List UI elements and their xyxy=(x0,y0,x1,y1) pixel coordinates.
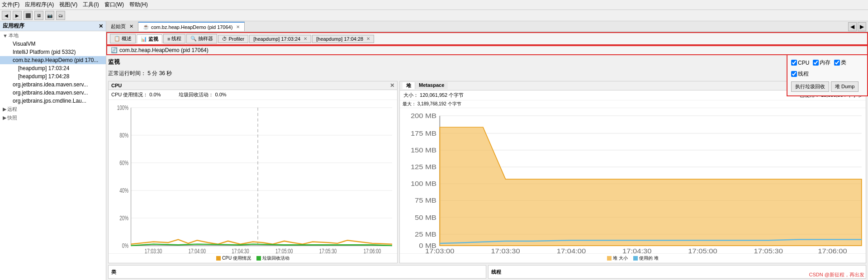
sidebar: 应用程序 ✕ ▼ 本地 VisualVM IntelliJ Platform (… xyxy=(0,21,106,280)
heap-dump-button[interactable]: 堆 Dump xyxy=(831,81,859,92)
toolbar-btn-1[interactable]: ◀ xyxy=(2,11,11,20)
menu-app[interactable]: 应用程序(A) xyxy=(25,1,54,9)
checkbox-row: CPU 内存 类 线程 xyxy=(791,59,863,78)
svg-text:17:04:00: 17:04:00 xyxy=(189,247,206,253)
menu-file[interactable]: 文件(F) xyxy=(2,1,19,9)
sidebar-item-jps[interactable]: org.jetbrains.jps.cmdline.Lau... xyxy=(0,97,106,105)
sidebar-item-heap1[interactable]: [heapdump] 17:03:24 xyxy=(0,64,106,72)
legend-gc-dot xyxy=(256,256,261,261)
checkbox-thread[interactable]: 线程 xyxy=(791,70,809,78)
checkbox-class-input[interactable] xyxy=(834,60,840,66)
subtab-heap1-close[interactable]: ✕ xyxy=(304,36,307,41)
cpu-chart-body: 100% 80% 60% 40% 20% 0% 17:03:30 17:04:0… xyxy=(109,100,397,253)
sidebar-remote-label: 远程 xyxy=(7,106,17,113)
uptime-label: 正常运行时间： xyxy=(108,70,146,76)
legend-cpu-label: CPU 使用情况 xyxy=(222,255,251,261)
subtab-heap2-close[interactable]: ✕ xyxy=(366,36,370,41)
menu-window[interactable]: 窗口(W) xyxy=(104,1,124,9)
svg-marker-46 xyxy=(440,127,862,246)
sidebar-item-maven1[interactable]: org.jetbrains.idea.maven.serv... xyxy=(0,81,106,89)
svg-text:25 MB: 25 MB xyxy=(415,230,436,237)
main-container: 应用程序 ✕ ▼ 本地 VisualVM IntelliJ Platform (… xyxy=(0,21,868,280)
sidebar-item-maven2[interactable]: org.jetbrains.idea.maven.serv... xyxy=(0,89,106,97)
svg-text:200 MB: 200 MB xyxy=(411,112,436,119)
cpu-chart-panel: CPU ✕ CPU 使用情况： 0.0% 垃圾回收活动： 0.0% xyxy=(108,81,398,263)
svg-text:17:04:30: 17:04:30 xyxy=(232,247,249,253)
tab-heapdemo[interactable]: ☕ com.bz.heap.HeapDemo (pid 17064) ✕ xyxy=(138,22,245,31)
legend-heap-size: 堆 大小 xyxy=(607,255,628,261)
toolbar-btn-5[interactable]: 📷 xyxy=(45,11,54,20)
checkbox-memory-input[interactable] xyxy=(813,60,819,66)
svg-text:100%: 100% xyxy=(117,104,128,112)
subtab-overview-label: 概述 xyxy=(122,35,132,42)
sidebar-item-heapdemo[interactable]: com.bz.heap.HeapDemo (pid 170... xyxy=(0,56,106,64)
cpu-chart-header: CPU ✕ xyxy=(109,81,397,90)
checkbox-thread-input[interactable] xyxy=(791,71,797,77)
svg-text:150 MB: 150 MB xyxy=(411,147,436,154)
svg-text:20%: 20% xyxy=(119,214,128,222)
subtab-threads[interactable]: ≡ 线程 xyxy=(163,34,185,43)
checkbox-cpu[interactable]: CPU xyxy=(791,60,809,66)
sidebar-item-intellij[interactable]: IntelliJ Platform (pid 5332) xyxy=(0,48,106,56)
svg-text:40%: 40% xyxy=(119,186,128,195)
subtab-heap1[interactable]: [heapdump] 17:03:24 ✕ xyxy=(249,35,311,43)
cpu-panel-title: CPU xyxy=(111,83,122,88)
svg-text:17:05:00: 17:05:00 xyxy=(275,247,293,253)
checkbox-cpu-label: CPU xyxy=(798,60,809,66)
gc-button[interactable]: 执行垃圾回收 xyxy=(791,81,829,92)
menu-tools[interactable]: 工具(I) xyxy=(83,1,99,9)
svg-text:17:04:30: 17:04:30 xyxy=(622,247,652,253)
sidebar-item-visualvm-label: VisualVM xyxy=(13,41,35,47)
checkbox-class[interactable]: 类 xyxy=(834,59,846,66)
sidebar-item-visualvm[interactable]: VisualVM xyxy=(0,40,106,48)
tab-start-nav: ✕ xyxy=(129,24,133,29)
cpu-gc-label: 垃圾回收活动： 0.0% xyxy=(179,91,226,98)
heap-tab-heap[interactable]: 堆 xyxy=(403,82,415,89)
uptime-value: 5 分 36 秒 xyxy=(147,70,172,76)
subtab-overview-icon: 📋 xyxy=(114,36,120,42)
sidebar-item-maven1-label: org.jetbrains.idea.maven.serv... xyxy=(13,81,88,88)
tab-nav-left[interactable]: ◀ xyxy=(848,22,857,31)
toolbar-btn-6[interactable]: 🗂 xyxy=(56,11,65,20)
heap-tab-metaspace[interactable]: Metaspace xyxy=(415,82,448,89)
legend-gc-label: 垃圾回收活动 xyxy=(262,255,289,261)
subtab-sampler[interactable]: 🔍 抽样器 xyxy=(186,34,217,43)
tab-nav-right[interactable]: ▶ xyxy=(858,22,866,31)
sidebar-section-snapshot[interactable]: ▶ 快照 xyxy=(0,114,106,122)
sidebar-section-local[interactable]: ▼ 本地 xyxy=(0,31,106,40)
monitor-title: 监视 xyxy=(108,57,866,67)
heap-max-row: 最大： 3,189,768,192 个字节 xyxy=(400,100,866,108)
svg-text:17:03:30: 17:03:30 xyxy=(145,247,162,253)
subtab-overview[interactable]: 📋 概述 xyxy=(110,34,136,43)
tab-heapdemo-label: com.bz.heap.HeapDemo (pid 17064) xyxy=(151,24,232,30)
subtab-heap2[interactable]: [heapdump] 17:04:28 ✕ xyxy=(312,35,374,43)
menu-view[interactable]: 视图(V) xyxy=(59,1,77,9)
cpu-panel-close[interactable]: ✕ xyxy=(390,82,394,89)
subtab-profiler-icon: ⏱ xyxy=(222,36,227,42)
toolbar-btn-3[interactable]: ⬛ xyxy=(24,11,33,20)
menu-help[interactable]: 帮助(H) xyxy=(129,1,148,9)
sidebar-close-icon[interactable]: ✕ xyxy=(99,23,103,29)
toolbar-btn-2[interactable]: ▶ xyxy=(13,11,22,20)
toolbar-btn-4[interactable]: 🖥 xyxy=(34,11,43,20)
svg-text:175 MB: 175 MB xyxy=(411,129,436,137)
checkbox-cpu-input[interactable] xyxy=(791,60,797,66)
process-title-text: com.bz.heap.HeapDemo (pid 17064) xyxy=(119,47,209,53)
svg-text:17:03:00: 17:03:00 xyxy=(425,247,455,253)
subtab-threads-label: 线程 xyxy=(171,35,181,42)
uptime-row: 正常运行时间： 5 分 36 秒 xyxy=(108,69,866,79)
checkbox-memory[interactable]: 内存 xyxy=(813,59,830,66)
tab-start[interactable]: 起始页 ✕ xyxy=(106,22,138,31)
tab-start-label: 起始页 xyxy=(111,23,126,30)
legend-cpu: CPU 使用情况 xyxy=(216,255,251,261)
checkbox-thread-label: 线程 xyxy=(798,70,809,78)
subtab-profiler[interactable]: ⏱ Profiler xyxy=(218,35,248,43)
svg-text:100 MB: 100 MB xyxy=(411,180,436,187)
subtab-monitor[interactable]: 📊 监视 xyxy=(137,34,162,43)
sidebar-item-heap2[interactable]: [heapdump] 17:04:28 xyxy=(0,72,106,81)
subtab-profiler-label: Profiler xyxy=(228,36,244,42)
tab-heapdemo-close[interactable]: ✕ xyxy=(236,24,240,29)
bottom-row: 类 线程 xyxy=(108,265,866,279)
sidebar-section-remote[interactable]: ▶ 远程 xyxy=(0,105,106,114)
svg-text:17:03:30: 17:03:30 xyxy=(491,247,520,253)
